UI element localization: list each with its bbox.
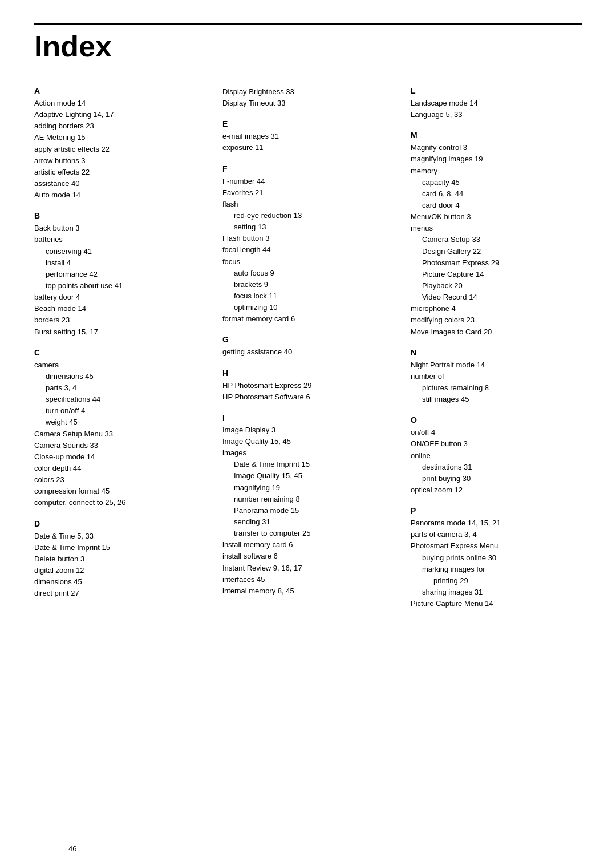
index-entry: buying prints online 30 xyxy=(411,552,582,564)
index-entry: Panorama mode 14, 15, 21 xyxy=(411,518,582,529)
index-entry: optical zoom 12 xyxy=(411,484,582,496)
index-entry: Action mode 14 xyxy=(34,98,205,109)
index-entry: turn on/off 4 xyxy=(34,405,205,417)
index-entry: borders 23 xyxy=(34,314,205,326)
index-entry: on/off 4 xyxy=(411,427,582,438)
index-columns: AAction mode 14Adaptive Lighting 14, 17a… xyxy=(34,86,582,620)
index-entry: printing 29 xyxy=(411,575,582,587)
index-section: MMagnify control 3magnifying images 19me… xyxy=(411,131,582,337)
index-entry: Design Gallery 22 xyxy=(411,246,582,257)
index-entry: Camera Setup 33 xyxy=(411,234,582,245)
index-entry: Video Record 14 xyxy=(411,292,582,303)
section-letter: F xyxy=(222,164,394,173)
index-entry: magnifying images 19 xyxy=(411,153,582,165)
index-entry: Picture Capture Menu 14 xyxy=(411,598,582,609)
section-letter: B xyxy=(34,211,205,220)
index-entry: red-eye reduction 13 xyxy=(222,210,394,221)
index-section: Ee-mail images 31exposure 11 xyxy=(222,119,394,153)
index-section: IImage Display 3Image Quality 15, 45imag… xyxy=(222,413,394,597)
index-entry: dimensions 45 xyxy=(34,371,205,382)
index-entry: install 4 xyxy=(34,257,205,269)
index-entry: Menu/OK button 3 xyxy=(411,211,582,223)
index-entry: setting 13 xyxy=(222,221,394,233)
index-entry: Playback 20 xyxy=(411,280,582,292)
index-entry: Instant Review 9, 16, 17 xyxy=(222,563,394,574)
index-entry: Date & Time 5, 33 xyxy=(34,531,205,542)
index-entry: compression format 45 xyxy=(34,486,205,497)
index-entry: print buying 30 xyxy=(411,473,582,484)
index-entry: install memory card 6 xyxy=(222,539,394,551)
index-entry: adding borders 23 xyxy=(34,120,205,132)
index-section: DDate & Time 5, 33Date & Time Imprint 15… xyxy=(34,519,205,600)
index-entry: Burst setting 15, 17 xyxy=(34,326,205,338)
index-entry: weight 45 xyxy=(34,417,205,428)
index-entry: F-number 44 xyxy=(222,176,394,187)
section-letter: E xyxy=(222,119,394,128)
column-2: Display Brightness 33Display Timeout 33E… xyxy=(222,86,411,620)
index-entry: modifying colors 23 xyxy=(411,314,582,326)
index-entry: Date & Time Imprint 15 xyxy=(34,542,205,553)
index-section: PPanorama mode 14, 15, 21parts of camera… xyxy=(411,506,582,609)
index-entry: focal length 44 xyxy=(222,244,394,256)
index-entry: computer, connect to 25, 26 xyxy=(34,497,205,508)
index-entry: assistance 40 xyxy=(34,178,205,189)
index-entry: top points about use 41 xyxy=(34,280,205,292)
index-entry: camera xyxy=(34,359,205,371)
index-entry: memory xyxy=(411,165,582,177)
page-number: 46 xyxy=(68,844,76,853)
index-entry: format memory card 6 xyxy=(222,313,394,325)
index-entry: microphone 4 xyxy=(411,303,582,314)
index-entry: parts of camera 3, 4 xyxy=(411,529,582,540)
index-entry: destinations 31 xyxy=(411,462,582,473)
section-letter: L xyxy=(411,86,582,95)
index-entry: transfer to computer 25 xyxy=(222,528,394,539)
index-section: Ggetting assistance 40 xyxy=(222,335,394,358)
index-entry: Move Images to Card 20 xyxy=(411,326,582,338)
index-entry: internal memory 8, 45 xyxy=(222,585,394,597)
index-entry: Image Quality 15, 45 xyxy=(222,436,394,447)
index-entry: number remaining 8 xyxy=(222,494,394,505)
section-letter: M xyxy=(411,131,582,140)
index-entry: install software 6 xyxy=(222,551,394,562)
index-entry: apply artistic effects 22 xyxy=(34,144,205,155)
index-entry: conserving 41 xyxy=(34,246,205,257)
index-entry: getting assistance 40 xyxy=(222,346,394,358)
index-entry: Auto mode 14 xyxy=(34,189,205,201)
index-entry: menus xyxy=(411,223,582,234)
index-section: Oon/off 4ON/OFF button 3onlinedestinatio… xyxy=(411,415,582,496)
top-rule xyxy=(34,23,582,25)
index-entry: e-mail images 31 xyxy=(222,131,394,142)
section-letter: C xyxy=(34,348,205,357)
index-entry: number of xyxy=(411,371,582,382)
index-entry: card door 4 xyxy=(411,200,582,211)
section-letter: G xyxy=(222,335,394,344)
index-entry: auto focus 9 xyxy=(222,268,394,279)
index-entry: Photosmart Express 29 xyxy=(411,257,582,269)
index-section: LLandscape mode 14Language 5, 33 xyxy=(411,86,582,120)
index-entry: online xyxy=(411,450,582,462)
index-entry: Close-up mode 14 xyxy=(34,451,205,463)
index-entry: capacity 45 xyxy=(411,177,582,188)
index-entry: artistic effects 22 xyxy=(34,167,205,178)
section-letter: A xyxy=(34,86,205,95)
index-entry: Back button 3 xyxy=(34,223,205,234)
index-entry: focus xyxy=(222,256,394,268)
page-wrapper: Index AAction mode 14Adaptive Lighting 1… xyxy=(34,23,582,853)
index-entry: interfaces 45 xyxy=(222,574,394,585)
index-entry: Landscape mode 14 xyxy=(411,98,582,109)
index-entry: Display Brightness 33 xyxy=(222,86,394,98)
index-entry: pictures remaining 8 xyxy=(411,382,582,394)
index-entry: marking images for xyxy=(411,564,582,575)
index-entry: sending 31 xyxy=(222,516,394,528)
section-letter: I xyxy=(222,413,394,422)
index-entry: battery door 4 xyxy=(34,292,205,303)
index-section: NNight Portrait mode 14number ofpictures… xyxy=(411,348,582,406)
index-entry: colors 23 xyxy=(34,474,205,486)
index-entry: Delete button 3 xyxy=(34,553,205,565)
index-entry: Night Portrait mode 14 xyxy=(411,359,582,371)
index-entry: parts 3, 4 xyxy=(34,382,205,394)
index-section: Display Brightness 33Display Timeout 33 xyxy=(222,86,394,109)
index-entry: Magnify control 3 xyxy=(411,142,582,153)
index-entry: Camera Sounds 33 xyxy=(34,440,205,451)
index-section: AAction mode 14Adaptive Lighting 14, 17a… xyxy=(34,86,205,201)
